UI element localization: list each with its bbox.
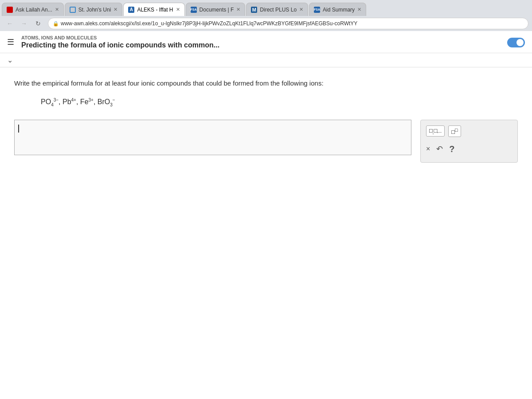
forward-button[interactable]: →	[18, 17, 30, 30]
tab-label-3: ALEKS - Iffat H	[137, 7, 173, 13]
tab-direct-plus[interactable]: M Direct PLUS Lo ✕	[246, 3, 308, 16]
tab-close-5[interactable]: ✕	[299, 7, 303, 12]
chevron-row: ⌄	[0, 53, 532, 67]
tab-bar: Ask Lailah An... ✕ St. John's Uni ✕ A AL…	[0, 0, 532, 16]
subscript-icon: □,□,...	[429, 127, 442, 135]
tab-stjohns[interactable]: St. John's Uni ✕	[65, 3, 123, 16]
tab-close-4[interactable]: ✕	[236, 7, 240, 12]
topic-label: ATOMS, IONS AND MOLECULES	[21, 35, 219, 40]
undo-button[interactable]: ↶	[436, 144, 443, 154]
tab-ask-lailah[interactable]: Ask Lailah An... ✕	[2, 3, 64, 16]
superscript-icon: □□	[451, 127, 458, 135]
tab-label-1: Ask Lailah An...	[16, 7, 52, 13]
browser-chrome: Ask Lailah An... ✕ St. John's Uni ✕ A AL…	[0, 0, 532, 31]
url-text: www-awn.aleks.com/alekscgi/x/lsl.exe/1o_…	[61, 20, 357, 27]
question-area: Write the empirical formula for at least…	[0, 67, 532, 399]
superscript-button[interactable]: □□	[448, 125, 461, 137]
toggle-button[interactable]	[507, 38, 525, 47]
tab-close-3[interactable]: ✕	[176, 7, 180, 12]
address-bar: ← → ↻ 🔒 www-awn.aleks.com/alekscgi/x/lsl…	[0, 16, 532, 31]
reload-button[interactable]: ↻	[32, 17, 44, 30]
tab-aleks[interactable]: A ALEKS - Iffat H ✕	[123, 3, 184, 16]
header-right	[507, 36, 525, 47]
answer-cursor	[18, 125, 19, 133]
answer-input-area[interactable]	[14, 120, 411, 155]
help-button[interactable]: ?	[449, 144, 454, 154]
action-row: × ↶ ?	[426, 141, 512, 157]
hamburger-button[interactable]: ☰	[7, 37, 14, 47]
tab-close-1[interactable]: ✕	[55, 7, 59, 12]
tab-label-4: Documents | F	[200, 7, 234, 13]
tab-label-2: St. John's Uni	[78, 7, 111, 13]
chevron-down-button[interactable]: ⌄	[7, 56, 13, 64]
lock-icon: 🔒	[53, 21, 59, 27]
topic-info: ATOMS, IONS AND MOLECULES Predicting the…	[21, 35, 219, 49]
undo-icon: ↶	[436, 144, 443, 154]
topic-title: Predicting the formula of ionic compound…	[21, 41, 219, 49]
ions-display: PO43−, Pb4+, Fe3+, BrO3−	[41, 98, 518, 107]
tab-documents[interactable]: FSA Documents | F ✕	[186, 3, 246, 16]
tab-favicon-2	[70, 7, 76, 13]
tab-close-6[interactable]: ✕	[357, 7, 361, 12]
tab-label-5: Direct PLUS Lo	[260, 7, 297, 13]
tab-favicon-6: FSA	[314, 7, 320, 13]
question-text: Write the empirical formula for at least…	[14, 78, 518, 89]
tab-aid-summary[interactable]: FSA Aid Summary ✕	[309, 3, 366, 16]
answer-row: □,□,... □□ × ↶ ?	[14, 120, 518, 163]
tab-close-2[interactable]: ✕	[113, 7, 117, 12]
tool-panel: □,□,... □□ × ↶ ?	[420, 120, 518, 163]
clear-button[interactable]: ×	[426, 145, 430, 153]
aleks-header: ☰ ATOMS, IONS AND MOLECULES Predicting t…	[0, 31, 532, 53]
url-bar[interactable]: 🔒 www-awn.aleks.com/alekscgi/x/lsl.exe/1…	[48, 18, 528, 29]
tab-favicon-4: FSA	[191, 7, 197, 13]
back-button[interactable]: ←	[4, 17, 16, 30]
help-icon: ?	[449, 144, 454, 154]
subscript-row: □,□,... □□	[426, 125, 512, 137]
tab-label-6: Aid Summary	[323, 7, 355, 13]
tab-favicon-5: M	[251, 7, 257, 13]
main-content: ☰ ATOMS, IONS AND MOLECULES Predicting t…	[0, 31, 532, 399]
tab-favicon-3: A	[128, 7, 134, 13]
x-icon: ×	[426, 145, 430, 153]
tab-favicon-1	[7, 7, 13, 13]
nav-buttons: ← → ↻	[4, 17, 44, 30]
subscript-button[interactable]: □,□,...	[426, 125, 445, 137]
